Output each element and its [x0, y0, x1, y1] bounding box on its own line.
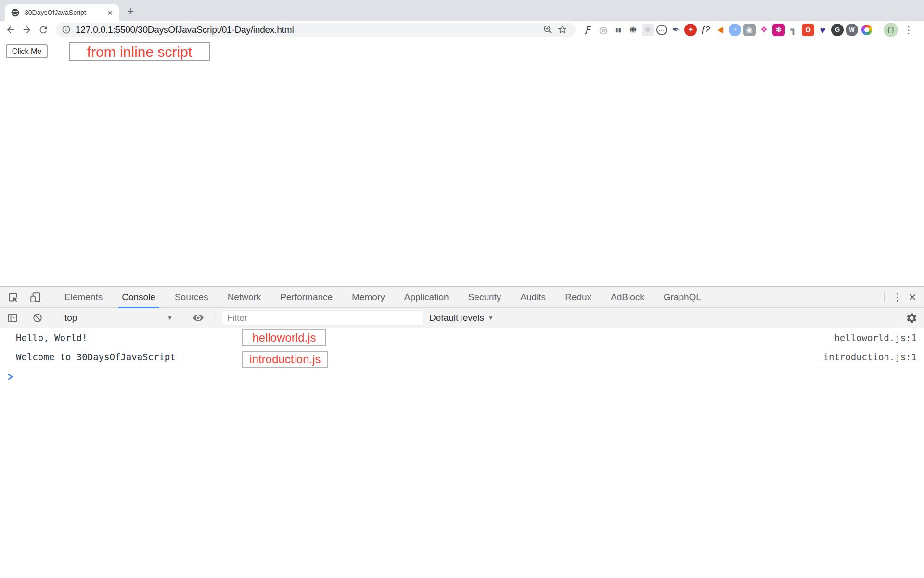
tab-adblock[interactable]: AdBlock	[601, 287, 654, 308]
atom-faded-icon[interactable]: ✽	[642, 24, 654, 36]
context-selector-value: top	[64, 313, 167, 323]
annotation-helloworld: helloworld.js	[242, 329, 326, 346]
console-sidebar-icon[interactable]	[6, 311, 19, 325]
console-output: Hello, World! helloworld.js:1 Welcome to…	[0, 328, 924, 386]
tab-network[interactable]: Network	[218, 287, 271, 308]
log-levels-dropdown[interactable]: Default levels ▼	[429, 313, 500, 323]
devtools-separator	[51, 292, 51, 302]
stop-hand-icon[interactable]: ✦	[684, 24, 697, 36]
browser-toolbar: 127.0.0.1:5500/30DaysOfJavaScript/01-Day…	[0, 21, 924, 39]
context-selector[interactable]: top ▼	[56, 308, 179, 328]
pipe-elbow-icon[interactable]: ┓	[786, 23, 800, 37]
clear-console-icon[interactable]	[31, 311, 44, 325]
heart-search-icon[interactable]: ♥	[816, 23, 830, 37]
console-toolbar-separator-3	[212, 313, 212, 323]
browser-tab[interactable]: 30DaysOfJavaScript ×	[5, 4, 119, 21]
column-bars-icon[interactable]: ▮▮	[611, 23, 625, 37]
tab-application[interactable]: Application	[395, 287, 459, 308]
inspect-element-icon[interactable]	[7, 290, 20, 304]
forward-button[interactable]	[21, 24, 33, 36]
tab-close-icon[interactable]: ×	[105, 8, 115, 17]
g-circle-icon[interactable]: G	[831, 24, 844, 36]
devtools-close-icon[interactable]: ×	[909, 290, 916, 304]
globe-favicon-icon	[11, 8, 20, 17]
console-message-row: Welcome to 30DaysOfJavaScript introducti…	[0, 347, 924, 367]
swirl-circle-icon[interactable]: ◔	[729, 24, 741, 36]
fonts-script-icon[interactable]: Ƒ	[581, 23, 595, 37]
console-prompt[interactable]	[0, 367, 924, 386]
new-tab-button[interactable]: +	[127, 5, 134, 17]
tab-memory[interactable]: Memory	[342, 287, 395, 308]
url-bar[interactable]: 127.0.0.1:5500/30DaysOfJavaScript/01-Day…	[56, 23, 576, 37]
inline-script-annotation-box: from inline script	[69, 42, 210, 61]
red-o-icon[interactable]: O	[802, 24, 814, 36]
braces-avatar[interactable]: { }	[884, 23, 898, 37]
reload-button[interactable]	[38, 24, 49, 36]
prompt-chevron-icon	[7, 372, 14, 381]
tab-elements[interactable]: Elements	[55, 287, 112, 308]
devtools-menu-icon[interactable]: ⋮	[893, 291, 903, 303]
fn-question-icon[interactable]: ƒ?	[698, 23, 712, 37]
tab-redux[interactable]: Redux	[555, 287, 601, 308]
extension-icons-area: Ƒ◎▮▮✺✽⋯✒✦ƒ?◀◔◉❖✽┓O♥GW	[581, 23, 874, 37]
browser-menu-icon[interactable]: ⋮	[904, 24, 913, 36]
dots-circle-icon[interactable]: ⋯	[656, 25, 667, 35]
annotation-introduction: introduction.js	[242, 351, 328, 368]
url-text[interactable]: 127.0.0.1:5500/30DaysOfJavaScript/01-Day…	[76, 25, 542, 35]
tab-sources[interactable]: Sources	[165, 287, 218, 308]
bookmark-star-icon[interactable]	[556, 24, 568, 36]
devtools-panel: Elements Console Sources Network Perform…	[0, 286, 924, 386]
console-source-link[interactable]: introduction.js:1	[823, 352, 917, 362]
w-circle-icon[interactable]: W	[846, 24, 858, 36]
eyedropper-icon[interactable]: ✒	[669, 23, 683, 37]
megaphone-icon[interactable]: ◀	[713, 23, 727, 37]
color-wheel-icon[interactable]	[860, 23, 873, 37]
live-expression-eye-icon[interactable]	[192, 311, 205, 325]
console-toolbar-separator-1	[52, 313, 52, 323]
device-toolbar-icon[interactable]	[29, 290, 42, 304]
filter-input[interactable]	[222, 311, 423, 325]
bug-icon[interactable]: ✺	[626, 23, 640, 37]
zoom-icon[interactable]	[542, 24, 553, 36]
console-message-row: Hello, World! helloworld.js:1	[0, 328, 924, 347]
tab-title: 30DaysOfJavaScript	[25, 9, 105, 16]
devtools-right-separator	[884, 292, 885, 302]
apollo-outline-icon[interactable]: ❖	[757, 23, 771, 37]
browser-tab-strip: 30DaysOfJavaScript × +	[0, 0, 924, 21]
console-message-text: Welcome to 30DaysOfJavaScript	[16, 352, 823, 362]
console-toolbar: top ▼ Default levels ▼	[0, 308, 924, 328]
pink-atom-icon[interactable]: ✽	[772, 24, 785, 36]
tab-security[interactable]: Security	[459, 287, 511, 308]
tab-performance[interactable]: Performance	[270, 287, 342, 308]
console-message-text: Hello, World!	[16, 332, 834, 343]
camera-icon[interactable]: ◉	[743, 24, 756, 36]
devtools-tab-bar: Elements Console Sources Network Perform…	[0, 287, 924, 308]
console-toolbar-separator-2	[182, 313, 182, 323]
console-toolbar-separator-4	[898, 313, 898, 323]
target-ring-icon[interactable]: ◎	[596, 23, 610, 37]
site-info-icon[interactable]	[62, 25, 71, 34]
chevron-down-icon: ▼	[167, 315, 173, 321]
chevron-down-icon: ▼	[488, 315, 494, 321]
click-me-button[interactable]: Click Me	[6, 44, 48, 58]
tab-console[interactable]: Console	[112, 287, 165, 308]
page-content: Click Me from inline script	[0, 39, 924, 286]
toolbar-separator	[878, 25, 878, 35]
tab-audits[interactable]: Audits	[511, 287, 555, 308]
tab-graphql[interactable]: GraphQL	[654, 287, 711, 308]
console-settings-gear-icon[interactable]	[905, 311, 918, 325]
console-source-link[interactable]: helloworld.js:1	[834, 332, 917, 343]
log-levels-value: Default levels	[429, 313, 484, 323]
back-button[interactable]	[5, 24, 16, 36]
